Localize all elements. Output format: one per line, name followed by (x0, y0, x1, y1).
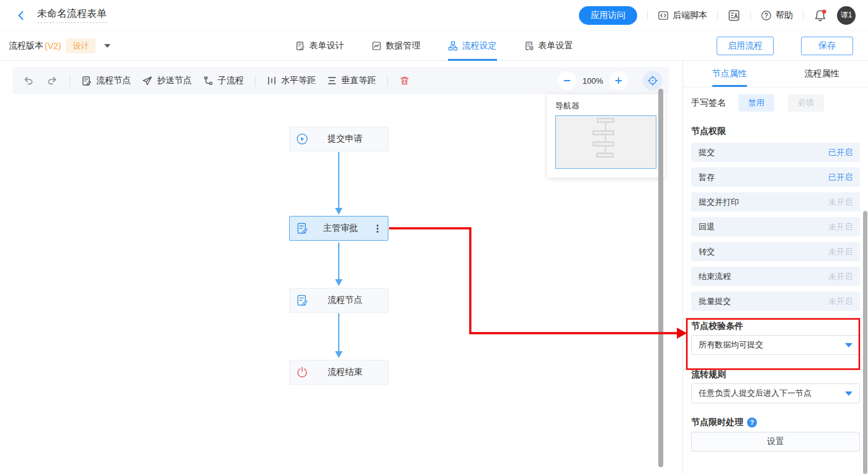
permission-list: 提交 已开启 暂存 已开启 提交并打印 未开启 回退 未开启 转交 未开启 (691, 143, 860, 311)
navigator-panel: 导航器 (547, 94, 665, 177)
sub-header-bar: 流程版本 (V2) 设计 表单设计 数据管理 流程设定 表 (0, 31, 868, 61)
status-badge: 未开启 (828, 246, 852, 257)
form-edit-icon (296, 222, 308, 235)
help-button[interactable]: 帮助 (761, 10, 793, 21)
canvas-scrollbar[interactable] (658, 89, 663, 467)
status-badge: 已开启 (828, 172, 852, 183)
node-submit-request[interactable]: 提交申请 (289, 127, 388, 151)
locate-target-icon[interactable] (643, 71, 663, 91)
node-manager-approval[interactable]: 主管审批 (289, 216, 388, 241)
flow-rule-select[interactable]: 任意负责人提交后进入下一节点 (691, 383, 860, 403)
status-badge: 未开启 (828, 296, 852, 307)
navigator-title: 导航器 (555, 101, 657, 112)
status-badge: 未开启 (828, 271, 852, 282)
validation-condition-title: 节点校验条件 (691, 321, 860, 332)
signature-required-option[interactable]: 必填 (788, 94, 824, 112)
chevron-down-icon (838, 384, 859, 403)
tab-node-properties[interactable]: 节点属性 (683, 61, 776, 87)
horizontal-spacing-button[interactable]: 水平等距 (267, 75, 316, 86)
add-cc-node-button[interactable]: 抄送节点 (142, 75, 192, 86)
paper-plane-icon (142, 76, 153, 86)
power-icon (296, 366, 308, 378)
subflow-branch-icon (203, 76, 213, 86)
horizontal-spacing-icon (267, 76, 277, 86)
divider (803, 11, 803, 20)
time-limit-title: 节点限时处理 ? (691, 417, 860, 428)
tab-flow-properties[interactable]: 流程属性 (776, 61, 868, 87)
permission-row-submit-print[interactable]: 提交并打印 未开启 (691, 192, 860, 212)
node-permissions-title: 节点权限 (691, 126, 860, 137)
permission-row-batch-submit[interactable]: 批量提交 未开启 (691, 292, 860, 311)
undo-icon[interactable] (22, 74, 35, 87)
version-group: 流程版本 (V2) 设计 (9, 38, 110, 53)
save-button[interactable]: 保存 (801, 37, 853, 55)
permission-row-rollback[interactable]: 回退 未开启 (691, 217, 860, 236)
tab-form-settings[interactable]: 表单设置 (524, 31, 573, 61)
signature-label: 手写签名 (691, 97, 726, 109)
add-flow-node-button[interactable]: 流程节点 (81, 75, 131, 86)
canvas-toolbar: 流程节点 抄送节点 子流程 (12, 67, 669, 94)
notification-bell-icon[interactable] (813, 9, 827, 22)
flowchart-icon (448, 41, 458, 51)
status-badge: 已开启 (828, 147, 852, 158)
tab-data-management[interactable]: 数据管理 (372, 31, 421, 61)
zoom-level: 100% (583, 76, 603, 86)
node-menu-dots-icon[interactable] (373, 225, 382, 233)
divider (750, 11, 751, 20)
node-flow-node[interactable]: 流程节点 (289, 288, 388, 313)
language-icon[interactable] (728, 9, 740, 22)
code-icon (658, 10, 669, 21)
backend-script-button[interactable]: 后端脚本 (658, 10, 707, 21)
divider (69, 75, 70, 86)
navigator-minimap[interactable] (555, 115, 656, 169)
play-circle-icon (296, 133, 308, 145)
add-subflow-button[interactable]: 子流程 (203, 75, 244, 86)
enable-flow-button[interactable]: 启用流程 (717, 37, 774, 55)
question-circle-icon (761, 10, 772, 21)
time-limit-setting-button[interactable]: 设置 (691, 432, 860, 452)
permission-row-end-flow[interactable]: 结束流程 未开启 (691, 267, 860, 286)
divider (647, 11, 648, 20)
permission-row-save-draft[interactable]: 暂存 已开启 (691, 168, 860, 187)
permission-row-transfer[interactable]: 转交 未开启 (691, 242, 860, 261)
divider (717, 11, 718, 20)
divider (387, 75, 388, 86)
vertical-spacing-button[interactable]: 垂直等距 (327, 75, 376, 86)
validation-condition-select[interactable]: 所有数据均可提交 (691, 335, 860, 355)
form-gear-icon (524, 41, 534, 51)
flow-rule-title: 流转规则 (691, 369, 860, 380)
status-badge: 未开启 (828, 221, 852, 233)
data-chart-icon (372, 41, 382, 51)
vertical-spacing-icon (327, 76, 337, 86)
signature-disable-option[interactable]: 禁用 (738, 94, 774, 112)
app-access-button[interactable]: 应用访问 (579, 6, 637, 25)
back-button[interactable] (14, 8, 29, 23)
status-badge: 未开启 (828, 197, 852, 208)
panel-scrollbar[interactable] (863, 211, 867, 474)
redo-icon[interactable] (46, 74, 58, 87)
signature-setting-row: 手写签名 禁用 必填 (691, 94, 860, 112)
page-title[interactable]: 未命名流程表单 (37, 7, 107, 23)
form-edit-icon (81, 76, 92, 86)
form-edit-icon (295, 41, 305, 51)
permission-row-submit[interactable]: 提交 已开启 (691, 143, 860, 162)
zoom-out-button[interactable] (558, 71, 576, 90)
flow-canvas[interactable]: 流程节点 抄送节点 子流程 (0, 61, 682, 474)
avatar[interactable]: 谭1 (837, 6, 856, 25)
panel-tabs: 节点属性 流程属性 (683, 61, 868, 87)
delete-trash-icon[interactable] (399, 75, 410, 86)
chevron-down-icon[interactable] (104, 44, 110, 48)
tab-form-design[interactable]: 表单设计 (295, 31, 344, 61)
app-header: 未命名流程表单 应用访问 后端脚本 帮助 谭1 (0, 0, 868, 31)
chevron-down-icon (838, 336, 859, 354)
properties-panel: 节点属性 流程属性 手写签名 禁用 必填 节点权限 提交 已开启 暂存 已开启 (682, 61, 868, 474)
zoom-in-button[interactable] (609, 71, 628, 90)
tab-flow-settings[interactable]: 流程设定 (448, 31, 497, 61)
node-flow-end[interactable]: 流程结束 (289, 360, 388, 385)
version-value: (V2) (45, 41, 61, 51)
design-mode-badge[interactable]: 设计 (66, 38, 96, 53)
question-circle-icon[interactable]: ? (747, 418, 757, 427)
version-label: 流程版本 (9, 40, 43, 51)
form-edit-icon (296, 294, 308, 306)
divider (255, 75, 256, 86)
